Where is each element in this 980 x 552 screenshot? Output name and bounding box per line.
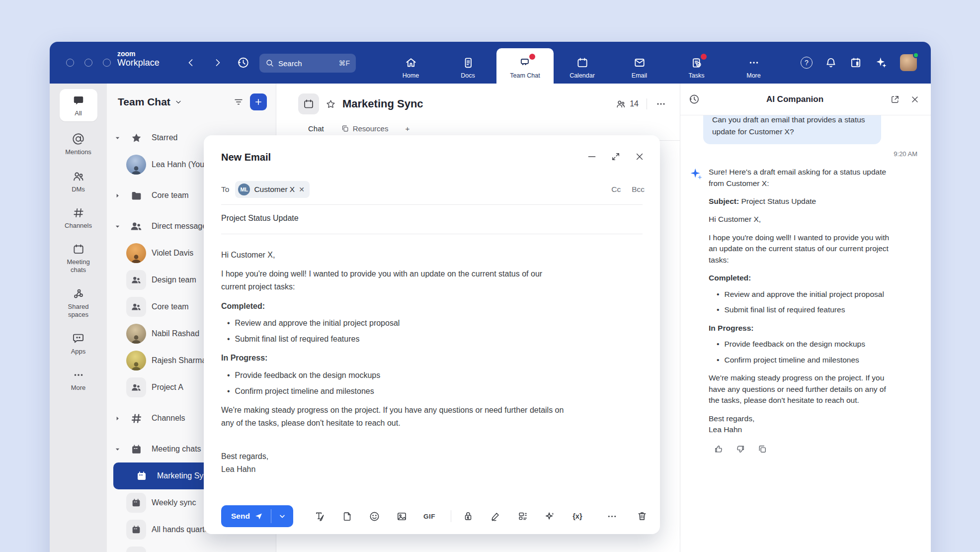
- close-window-dot[interactable]: [66, 59, 74, 67]
- rail-item-dms[interactable]: DMs: [50, 170, 107, 193]
- chevron-down-icon: [174, 98, 182, 106]
- member-count[interactable]: 14: [615, 98, 639, 109]
- nav-tab-tasks[interactable]: Tasks: [668, 42, 725, 84]
- maximize-window-dot[interactable]: [103, 59, 111, 67]
- shared-spaces-icon: [72, 287, 85, 300]
- rail-item-all[interactable]: All: [60, 89, 97, 121]
- bcc-button[interactable]: Bcc: [632, 185, 645, 194]
- new-email-modal: New Email To ML Customer X ✕ Cc Bcc Proj…: [204, 135, 660, 534]
- toolbar-more-icon[interactable]: [606, 511, 618, 522]
- group-icon: [126, 377, 146, 397]
- rail-item-meeting-chats[interactable]: Meeting chats: [50, 243, 107, 275]
- meeting-calendar-icon: [72, 243, 85, 256]
- channel-calendar-icon: [298, 93, 319, 114]
- avatar: [126, 324, 146, 344]
- tab-add-button[interactable]: +: [405, 124, 409, 133]
- insert-image-icon[interactable]: [396, 511, 408, 522]
- discard-trash-icon[interactable]: [636, 511, 648, 522]
- send-options-dropdown[interactable]: [271, 505, 293, 527]
- unread-badge: [529, 54, 535, 60]
- thumbs-down-icon[interactable]: [735, 444, 745, 454]
- ai-history-icon[interactable]: [688, 93, 700, 105]
- ai-conversation[interactable]: Can you draft an email that provides a s…: [680, 115, 931, 552]
- ai-close-icon[interactable]: [910, 94, 920, 104]
- window-traffic-lights[interactable]: [66, 59, 111, 67]
- history-icon[interactable]: [237, 56, 249, 69]
- nav-tab-more[interactable]: More: [725, 42, 782, 84]
- chat-bubble-icon: [72, 94, 85, 107]
- rail-item-shared-spaces[interactable]: Shared spaces: [50, 287, 107, 319]
- team-chat-icon: [519, 56, 532, 69]
- nav-tab-docs[interactable]: Docs: [439, 42, 496, 84]
- nav-tab-home[interactable]: Home: [382, 42, 439, 84]
- minimize-icon[interactable]: [587, 152, 597, 162]
- tasks-icon: [690, 56, 703, 69]
- cc-button[interactable]: Cc: [611, 185, 621, 194]
- remove-recipient-icon[interactable]: ✕: [299, 185, 305, 193]
- meeting-calendar-icon: [126, 520, 146, 540]
- schedule-icon[interactable]: [849, 56, 862, 69]
- nav-tab-team-chat[interactable]: Team Chat: [496, 48, 554, 84]
- compose-toolbar: Send GIF {x}: [221, 505, 648, 527]
- rail-item-more[interactable]: More: [50, 368, 107, 392]
- emoji-icon[interactable]: [369, 511, 381, 522]
- format-text-icon[interactable]: [314, 511, 326, 522]
- variables-icon[interactable]: {x}: [572, 512, 583, 520]
- to-field[interactable]: To ML Customer X ✕ Cc Bcc: [221, 181, 645, 198]
- search-input[interactable]: Search ⌘F: [259, 54, 356, 73]
- recipient-chip[interactable]: ML Customer X ✕: [235, 181, 310, 198]
- close-icon[interactable]: [635, 152, 645, 162]
- encrypt-lock-icon[interactable]: [462, 511, 474, 522]
- at-icon: [72, 132, 85, 146]
- template-icon[interactable]: [517, 511, 529, 522]
- tasks-badge: [701, 54, 707, 60]
- tab-resources[interactable]: Resources: [341, 124, 389, 133]
- caret-down-icon: [114, 135, 121, 141]
- nav-tab-calendar[interactable]: Calendar: [554, 42, 611, 84]
- gif-icon[interactable]: GIF: [423, 513, 435, 520]
- message-timestamp: 9:20 AM: [689, 150, 917, 158]
- new-chat-button[interactable]: [250, 93, 267, 110]
- chatlist-title-dropdown[interactable]: Team Chat: [118, 96, 182, 108]
- favorite-star-icon[interactable]: [326, 99, 336, 109]
- rail-item-mentions[interactable]: Mentions: [50, 132, 107, 156]
- filter-icon[interactable]: [233, 96, 244, 107]
- rail-item-apps[interactable]: Apps: [50, 332, 107, 356]
- channel-more-icon[interactable]: [655, 98, 667, 110]
- members-icon: [615, 98, 626, 109]
- rail-more-icon: [72, 368, 85, 381]
- subject-field[interactable]: Project Status Update: [221, 214, 299, 223]
- people-icon: [72, 170, 85, 183]
- docs-icon: [462, 56, 475, 69]
- open-in-window-icon[interactable]: [890, 94, 900, 104]
- ai-companion-icon[interactable]: [874, 56, 888, 70]
- rail-item-channels[interactable]: Channels: [50, 206, 107, 230]
- send-button[interactable]: Send: [221, 505, 271, 527]
- avatar: [126, 351, 146, 370]
- ai-companion-panel: AI Companion Can you draft an email that…: [680, 84, 931, 552]
- help-icon[interactable]: ?: [801, 57, 813, 69]
- tab-chat[interactable]: Chat: [308, 124, 324, 133]
- forward-button[interactable]: [212, 57, 224, 69]
- attach-file-icon[interactable]: [341, 511, 353, 522]
- expand-icon[interactable]: [611, 152, 621, 162]
- notifications-bell-icon[interactable]: [824, 56, 837, 69]
- hash-icon: [126, 408, 146, 428]
- nav-tab-email[interactable]: Email: [611, 42, 668, 84]
- send-button-group[interactable]: Send: [221, 505, 293, 527]
- copy-icon[interactable]: [757, 444, 767, 454]
- email-body-editor[interactable]: Hi Customer X, I hope you're doing well!…: [221, 249, 569, 482]
- ai-compose-icon[interactable]: [544, 511, 556, 522]
- signature-pen-icon[interactable]: [490, 511, 501, 522]
- presence-indicator: [913, 52, 919, 58]
- star-icon: [126, 128, 146, 148]
- ai-sparkle-icon: [689, 167, 704, 182]
- user-avatar[interactable]: [900, 54, 917, 71]
- minimize-window-dot[interactable]: [84, 59, 92, 67]
- meeting-calendar-icon: [126, 493, 146, 513]
- thumbs-up-icon[interactable]: [714, 444, 724, 454]
- avatar: [126, 243, 146, 263]
- home-icon: [405, 56, 417, 69]
- chat-item-lea-rajesh-1-1[interactable]: Lea/Rajesh 1:1: [107, 543, 276, 552]
- back-button[interactable]: [185, 57, 197, 69]
